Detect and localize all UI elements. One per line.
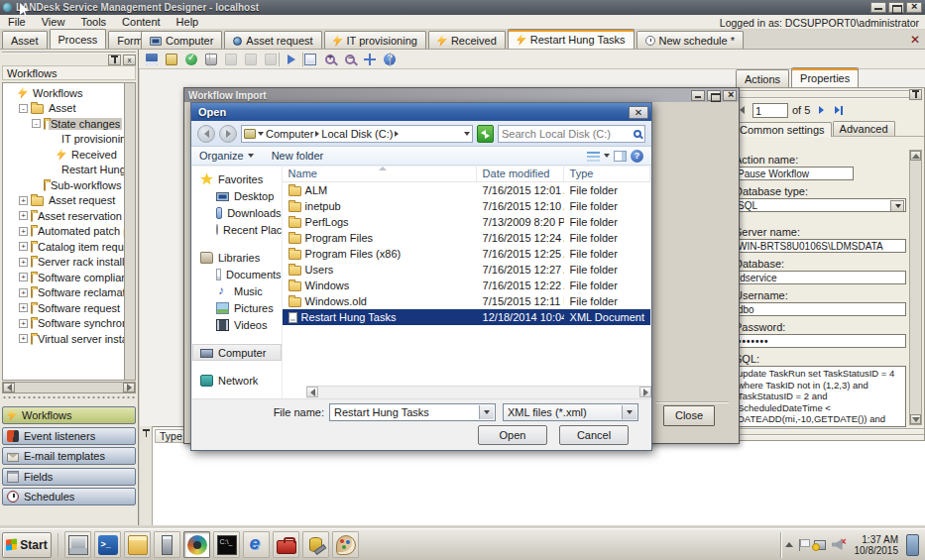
menu-item[interactable]: Help: [169, 15, 207, 30]
pager-page-input[interactable]: 1: [752, 103, 788, 118]
taskbar-icon[interactable]: [332, 531, 359, 558]
nav-item[interactable]: Downloads: [192, 204, 282, 221]
tree-item[interactable]: + Catalog item request: [5, 239, 121, 255]
nav-item[interactable]: Favorites: [192, 170, 282, 187]
file-name-input[interactable]: Restart Hung Tasks: [329, 403, 496, 421]
database-field[interactable]: ldservice: [735, 271, 906, 284]
minimize-button[interactable]: [870, 2, 886, 13]
tree-item[interactable]: - State changes: [5, 116, 121, 132]
taskbar-icon[interactable]: [183, 531, 210, 558]
document-tab[interactable]: Restart Hung Tasks: [508, 29, 635, 49]
clock[interactable]: 1:37 AM 10/8/2015: [853, 534, 901, 556]
taskbar-icon[interactable]: [302, 531, 329, 558]
pin-icon[interactable]: [143, 429, 150, 437]
tree-expander[interactable]: +: [19, 258, 28, 267]
tree-expander[interactable]: +: [19, 242, 28, 251]
tree-item[interactable]: + Software request: [5, 300, 121, 316]
nav-item[interactable]: Computer: [192, 344, 282, 361]
start-button[interactable]: Start: [2, 532, 52, 558]
back-button[interactable]: [197, 125, 215, 143]
document-tab[interactable]: Received: [428, 31, 506, 49]
new-folder-button[interactable]: New folder: [272, 150, 324, 162]
mode-tab[interactable]: Asset: [2, 31, 48, 49]
tree-item[interactable]: + Software synchronization: [5, 316, 121, 332]
breadcrumb[interactable]: Computer Local Disk (C:): [241, 125, 473, 143]
sidebar-nav-button[interactable]: Workflows: [2, 406, 136, 424]
scroll-down-icon[interactable]: [910, 414, 921, 424]
tree-expander[interactable]: -: [19, 104, 28, 113]
scroll-right-icon[interactable]: [639, 387, 651, 397]
settings-tab[interactable]: Common settings: [733, 122, 832, 137]
chevron-down-icon[interactable]: [604, 154, 610, 158]
tree-horizontal-scrollbar[interactable]: [2, 382, 136, 393]
show-hidden-icons-chevron[interactable]: [785, 542, 793, 547]
chevron-down-icon[interactable]: [258, 132, 264, 136]
tree-expander[interactable]: +: [19, 196, 28, 205]
menu-item[interactable]: Tools: [72, 15, 114, 30]
toolbar-button[interactable]: [202, 52, 220, 67]
network-warning-icon[interactable]: [814, 540, 826, 550]
scroll-up-icon[interactable]: [910, 151, 921, 161]
menu-item[interactable]: File: [0, 15, 34, 30]
date-modified-column-header[interactable]: Date modified: [477, 167, 564, 181]
nav-item[interactable]: Pictures: [192, 299, 282, 316]
document-tab[interactable]: Asset request: [224, 31, 321, 49]
file-row[interactable]: Program Files 7/16/2015 12:24 AM File fo…: [283, 230, 650, 246]
tree-item[interactable]: + Software compliance: [5, 270, 121, 285]
menu-item[interactable]: View: [34, 15, 73, 30]
file-row[interactable]: inetpub 7/16/2015 12:10 AM File folder: [283, 198, 650, 214]
file-row[interactable]: Windows 7/16/2015 12:22 AM File folder: [283, 278, 650, 293]
type-column-header[interactable]: Type: [564, 167, 650, 181]
tree-expander[interactable]: +: [19, 288, 28, 297]
help-icon[interactable]: ?: [631, 150, 643, 163]
tree-expander[interactable]: +: [19, 334, 28, 343]
volume-muted-icon[interactable]: [832, 539, 843, 550]
search-icon[interactable]: [634, 130, 641, 138]
chevron-down-icon[interactable]: [479, 405, 494, 419]
organize-button[interactable]: Organize: [199, 150, 244, 162]
show-desktop-button[interactable]: [906, 534, 919, 556]
tree-item[interactable]: + Asset reservation: [5, 208, 121, 224]
toolbar-button[interactable]: [321, 52, 339, 67]
preview-pane-icon[interactable]: [614, 151, 627, 162]
taskbar-icon[interactable]: [124, 531, 151, 558]
server-name-field[interactable]: WIN-BRTS8U0106S\LDMSDATA: [735, 239, 906, 253]
sidebar-nav-button[interactable]: Fields: [2, 468, 136, 486]
properties-scrollbar[interactable]: [909, 150, 922, 425]
file-row[interactable]: Users 7/16/2015 12:27 AM File folder: [283, 262, 650, 278]
tree-expander[interactable]: +: [19, 211, 28, 220]
settings-tab[interactable]: Advanced: [833, 121, 895, 136]
toolbar-button[interactable]: [242, 52, 260, 67]
file-row[interactable]: PerfLogs 7/13/2009 8:20 PM File folder: [283, 214, 650, 230]
file-row[interactable]: Restart Hung Tasks 12/18/2014 10:04 PM X…: [283, 309, 650, 325]
tree-item[interactable]: Sub-workflows: [5, 177, 121, 193]
document-tab[interactable]: New schedule *: [636, 31, 744, 49]
panel-tab[interactable]: Properties: [791, 67, 859, 87]
toolbar-button[interactable]: [341, 52, 359, 67]
chevron-right-icon[interactable]: [395, 131, 399, 137]
tree-item[interactable]: Received: [5, 147, 121, 163]
tree-expander[interactable]: +: [19, 273, 28, 281]
nav-item[interactable]: Network: [192, 372, 282, 389]
scroll-left-icon[interactable]: [306, 387, 318, 397]
nav-item[interactable]: Desktop: [192, 187, 282, 204]
file-row[interactable]: Program Files (x86) 7/16/2015 12:25 AM F…: [283, 246, 650, 262]
username-field[interactable]: dbo: [735, 302, 906, 316]
sidebar-nav-button[interactable]: E-mail templates: [2, 447, 136, 465]
history-dropdown-icon[interactable]: [464, 132, 470, 136]
tree-expander[interactable]: +: [19, 227, 28, 236]
toolbar-button[interactable]: [361, 52, 379, 67]
pin-button[interactable]: [108, 55, 121, 65]
tree-item[interactable]: + Automated patch process: [5, 224, 121, 240]
workflow-import-titlebar[interactable]: Workflow Import: [184, 88, 739, 102]
nav-item[interactable]: Libraries: [192, 249, 282, 266]
pin-button[interactable]: [909, 89, 922, 100]
sidebar-nav-button[interactable]: Schedules: [2, 488, 136, 505]
tree-expander[interactable]: +: [19, 319, 28, 328]
mode-tab[interactable]: Process: [50, 29, 107, 49]
database-type-select[interactable]: SQL: [735, 198, 906, 212]
toolbar-button[interactable]: [163, 52, 180, 67]
password-field[interactable]: •••••••: [735, 334, 906, 348]
chevron-right-icon[interactable]: [315, 131, 319, 137]
tree-scrollbar[interactable]: [124, 82, 136, 381]
